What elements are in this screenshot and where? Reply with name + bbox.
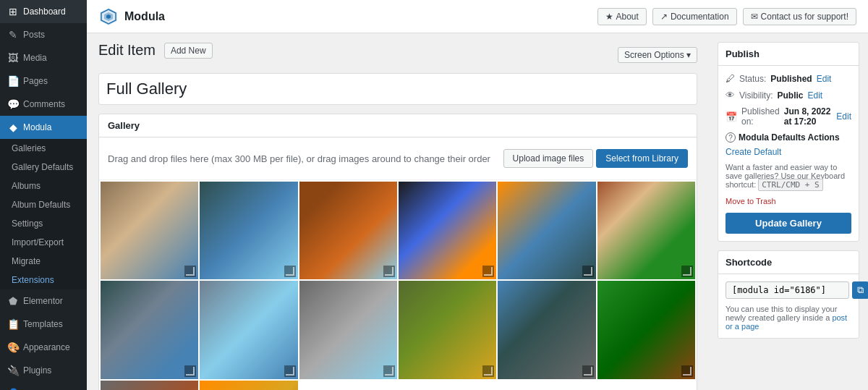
sidebar-item-label: Dashboard: [23, 7, 66, 17]
sidebar-item-import-export[interactable]: Import/Export: [0, 233, 87, 252]
contact-label: Contact us for support!: [761, 12, 848, 22]
gallery-image-12[interactable]: [597, 281, 695, 378]
posts-icon: ✎: [7, 29, 19, 41]
sidebar-item-comments[interactable]: 💬 Comments: [0, 93, 87, 116]
gallery-image-9[interactable]: [299, 281, 397, 378]
move-trash-link[interactable]: Move to Trash: [726, 197, 851, 205]
sidebar-item-extensions[interactable]: Extensions: [0, 271, 87, 289]
sidebar-item-elementor[interactable]: ⬟ Elementor: [0, 289, 87, 313]
settings-label: Settings: [12, 219, 43, 229]
sidebar-item-posts[interactable]: ✎ Posts: [0, 23, 87, 46]
status-icon: 🖊: [726, 73, 735, 84]
sidebar-item-modula[interactable]: ◆ Modula: [0, 116, 87, 139]
status-label: Status:: [739, 74, 766, 84]
shortcode-panel-body: ⧉ You can use this to display your newly…: [718, 274, 859, 338]
gallery-panel: Gallery Drag and drop files here (max 30…: [98, 114, 697, 390]
visibility-edit-link[interactable]: Edit: [807, 90, 822, 101]
sidebar-item-users[interactable]: 👤 Users: [0, 382, 87, 390]
gallery-image-6[interactable]: [597, 182, 695, 279]
sidebar-item-settings[interactable]: Settings: [0, 214, 87, 233]
sidebar-item-label: Comments: [23, 99, 65, 109]
sidebar-item-galleries[interactable]: Galleries: [0, 139, 87, 158]
sidebar-item-plugins[interactable]: 🔌 Plugins: [0, 359, 87, 382]
gallery-image-1[interactable]: [101, 182, 198, 279]
gallery-image-5[interactable]: [498, 182, 595, 279]
status-edit-link[interactable]: Edit: [817, 74, 832, 84]
topbar: Modula ★ About ↗ Documentation ✉ Contact…: [87, 0, 868, 33]
shortcut-text: Want a faster and easier way to save gal…: [726, 163, 851, 190]
gallery-image-11[interactable]: [498, 281, 595, 378]
appearance-label: Appearance: [23, 342, 70, 352]
visibility-value: Public: [777, 90, 803, 101]
sidebar-item-migrate[interactable]: Migrate: [0, 252, 87, 271]
elementor-icon: ⬟: [7, 295, 19, 307]
galleries-label: Galleries: [12, 143, 46, 153]
sidebar-item-albums[interactable]: Albums: [0, 177, 87, 195]
move-icon-10: [482, 365, 494, 377]
modula-submenu: Galleries Gallery Defaults Albums Album …: [0, 139, 87, 289]
gallery-image-8[interactable]: [200, 281, 297, 378]
select-library-button[interactable]: Select from Library: [596, 149, 688, 168]
pages-icon: 📄: [7, 75, 19, 87]
docs-icon: ↗: [660, 12, 668, 22]
add-new-button[interactable]: Add New: [164, 43, 213, 59]
modula-logo-icon: [98, 7, 119, 27]
sidebar-item-label: Modula: [23, 122, 51, 132]
gallery-image-10[interactable]: [399, 281, 496, 378]
logo-text: Modula: [124, 10, 165, 23]
documentation-button[interactable]: ↗ Documentation: [652, 8, 737, 25]
gallery-image-3[interactable]: [299, 182, 397, 279]
drop-zone-text: Drag and drop files here (max 300 MB per…: [108, 153, 490, 164]
publish-panel: Publish 🖊 Status: Published Edit 👁 Visib…: [718, 42, 859, 242]
content-area: Edit Item Add New Screen Options ▾ Galle…: [87, 33, 868, 390]
copy-shortcode-button[interactable]: ⧉: [852, 281, 868, 299]
upload-image-button[interactable]: Upload image files: [503, 149, 594, 168]
import-export-label: Import/Export: [12, 237, 64, 247]
move-icon-8: [284, 365, 296, 377]
move-icon-12: [681, 365, 693, 377]
defaults-section: ? Modula Defaults Actions Create Default…: [726, 132, 851, 190]
sidebar-item-album-defaults[interactable]: Album Defaults: [0, 195, 87, 214]
screen-options-button[interactable]: Screen Options ▾: [618, 47, 697, 63]
published-value: Jun 8, 2022 at 17:20: [784, 106, 833, 127]
extensions-label: Extensions: [12, 275, 54, 285]
move-icon-3: [383, 266, 395, 277]
published-edit-link[interactable]: Edit: [836, 111, 851, 122]
sidebar-item-label: Pages: [23, 76, 48, 86]
page-main: Edit Item Add New Screen Options ▾ Galle…: [87, 33, 709, 390]
shortcode-panel-header: Shortcode: [718, 251, 859, 274]
sidebar-item-templates[interactable]: 📋 Templates: [0, 313, 87, 336]
keyboard-shortcut: CTRL/CMD + S: [758, 179, 822, 191]
contact-button[interactable]: ✉ Contact us for support!: [743, 8, 856, 25]
update-gallery-button[interactable]: Update Gallery: [726, 213, 851, 234]
gallery-image-13[interactable]: [101, 381, 198, 390]
drop-buttons: Upload image files Select from Library: [503, 149, 688, 168]
main-area: Modula ★ About ↗ Documentation ✉ Contact…: [87, 0, 868, 390]
copy-icon: ⧉: [857, 284, 864, 295]
sidebar-item-media[interactable]: 🖼 Media: [0, 46, 87, 69]
gallery-image-14[interactable]: [200, 381, 297, 390]
gallery-panel-header: Gallery: [99, 114, 697, 137]
move-icon-2: [284, 266, 296, 277]
about-label: About: [616, 12, 639, 22]
gallery-image-7[interactable]: [101, 281, 198, 378]
sidebar-item-gallery-defaults[interactable]: Gallery Defaults: [0, 158, 87, 177]
about-button[interactable]: ★ About: [597, 8, 647, 25]
right-sidebar: Publish 🖊 Status: Published Edit 👁 Visib…: [709, 33, 868, 390]
create-default-link[interactable]: Create Default: [726, 147, 851, 157]
move-icon-11: [582, 365, 594, 377]
album-defaults-label: Album Defaults: [12, 200, 70, 210]
gallery-image-4[interactable]: [399, 182, 496, 279]
media-icon: 🖼: [7, 52, 19, 64]
sidebar-item-appearance[interactable]: 🎨 Appearance: [0, 336, 87, 359]
sidebar-item-dashboard[interactable]: ⊞ Dashboard: [0, 0, 87, 23]
published-row: 📅 Published on: Jun 8, 2022 at 17:20 Edi…: [726, 106, 851, 127]
sidebar-item-pages[interactable]: 📄 Pages: [0, 69, 87, 93]
shortcode-input[interactable]: [726, 281, 849, 299]
page-header: Edit Item Add New: [98, 42, 213, 59]
appearance-icon: 🎨: [7, 342, 19, 353]
gallery-name-input[interactable]: [98, 73, 697, 105]
gallery-image-2[interactable]: [200, 182, 297, 279]
dashboard-icon: ⊞: [7, 6, 19, 17]
shortcode-input-row: ⧉: [726, 281, 851, 299]
